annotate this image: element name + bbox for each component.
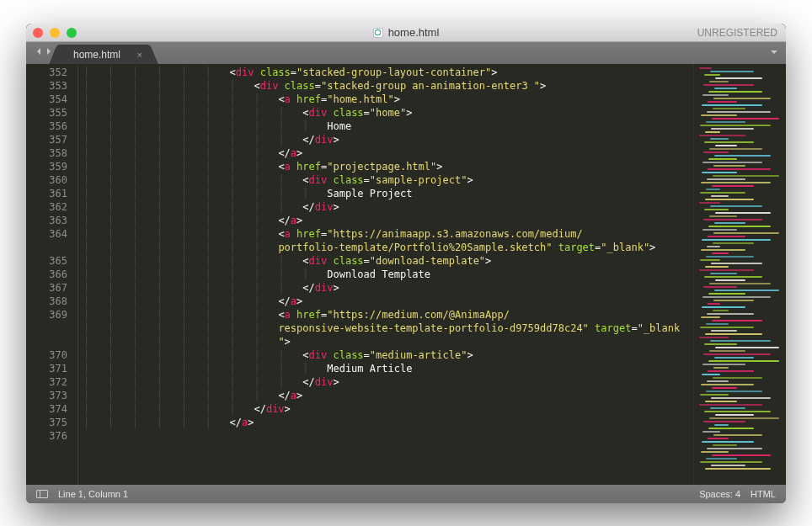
tab-label: home.html [73,49,120,61]
nav-back-icon[interactable] [35,46,43,58]
tab-home-html[interactable]: home.html × [61,45,146,64]
close-icon[interactable] [33,28,43,38]
titlebar[interactable]: home.html UNREGISTERED [26,24,786,42]
syntax-mode[interactable]: HTML [751,489,776,499]
sidebar-toggle-icon[interactable] [36,490,48,498]
window-title: home.html [26,26,786,39]
tab-bar: home.html × [26,42,786,64]
code-view[interactable]: │ │ │ │ │ │ <div class="stacked-group-la… [78,64,693,485]
toolbar-menu[interactable] [769,42,779,64]
status-bar: Line 1, Column 1 Spaces: 4 HTML [26,485,786,503]
svg-point-0 [375,29,380,35]
chevron-down-icon [769,47,779,60]
tab-close-icon[interactable]: × [137,50,142,60]
minimap[interactable] [693,64,786,485]
editor-area: 352353354355356357358359360361362363364 … [26,64,786,485]
window-title-text: home.html [388,26,440,39]
unregistered-label: UNREGISTERED [697,27,777,39]
editor-window: home.html UNREGISTERED home.html × 35235… [26,24,786,503]
traffic-lights [33,28,77,38]
minimize-icon[interactable] [50,28,60,38]
file-icon [373,28,383,38]
line-gutter: 352353354355356357358359360361362363364 … [26,64,78,485]
maximize-icon[interactable] [67,28,77,38]
cursor-position[interactable]: Line 1, Column 1 [58,489,128,499]
indent-setting[interactable]: Spaces: 4 [699,489,740,499]
